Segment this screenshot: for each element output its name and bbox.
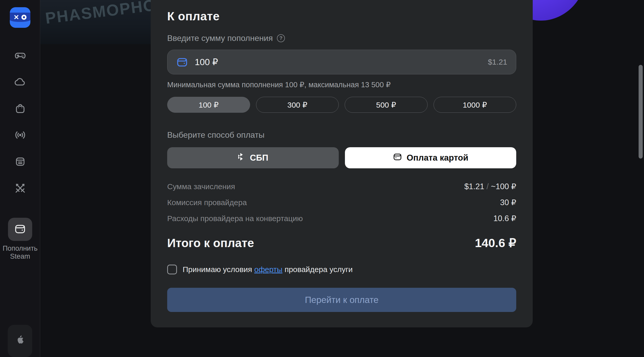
amount-value: 100 ₽ <box>195 57 481 67</box>
cloud-icon <box>14 84 26 89</box>
amount-input[interactable]: 100 ₽ $1.21 <box>167 50 516 74</box>
terms-row: Принимаю условия оферты провайдера услуг… <box>167 265 353 274</box>
amount-limits-hint: Минимальная сумма пополнения 100 ₽, макс… <box>167 80 391 89</box>
terminal-list-icon <box>14 164 26 168</box>
sidebar: ✕ <box>0 0 40 357</box>
cost-summary: Сумма зачисления $1.21 / ~100 ₽ Комиссия… <box>167 182 516 230</box>
preset-100-button[interactable]: 100 ₽ <box>167 97 250 113</box>
payment-methods: СБП Оплата картой <box>167 147 516 168</box>
terms-checkbox[interactable] <box>167 265 177 274</box>
game-banner: PHASMOPHOBIA <box>40 0 151 44</box>
page-title: К оплате <box>167 9 220 23</box>
method-sbp-button[interactable]: СБП <box>167 147 339 168</box>
total-row: Итого к оплате 140.6 ₽ <box>167 236 516 250</box>
preset-1000-button[interactable]: 1000 ₽ <box>434 97 516 113</box>
help-icon[interactable]: ? <box>277 34 285 42</box>
amount-presets: 100 ₽ 300 ₽ 500 ₽ 1000 ₽ <box>167 97 516 113</box>
scrollbar[interactable] <box>639 65 643 159</box>
sidebar-item-catalog[interactable] <box>14 155 26 168</box>
sidebar-item-games[interactable] <box>14 49 26 62</box>
preset-500-button[interactable]: 500 ₽ <box>345 97 428 113</box>
amount-field-label: Введите сумму пополнения <box>167 33 273 43</box>
below-fold-heading: Мы <box>151 355 203 357</box>
sidebar-item-topup-steam[interactable] <box>8 218 32 241</box>
sidebar-item-live[interactable] <box>14 129 26 141</box>
sidebar-item-cloud[interactable] <box>14 76 26 88</box>
total-label: Итого к оплате <box>167 236 254 250</box>
apple-store-button[interactable] <box>8 325 32 357</box>
banner-title: PHASMOPHOBIA <box>44 0 151 27</box>
sidebar-item-battles[interactable] <box>14 182 26 194</box>
logo-xo-icon: ✕ <box>10 13 30 22</box>
broadcast-icon <box>14 137 26 142</box>
proceed-to-payment-button[interactable]: Перейти к оплате <box>167 288 516 312</box>
amount-usd-equivalent: $1.21 <box>488 58 507 66</box>
crossed-swords-icon <box>14 190 26 195</box>
card-icon <box>393 152 402 163</box>
method-section-label: Выберите способ оплаты <box>167 130 265 140</box>
payment-modal: К оплате Введите сумму пополнения ? 100 … <box>151 0 533 327</box>
app-logo[interactable]: ✕ <box>10 7 30 28</box>
method-card-button[interactable]: Оплата картой <box>345 147 516 168</box>
shopping-bag-icon <box>14 111 26 115</box>
wallet-icon <box>14 223 26 236</box>
summary-row-fee: Комиссия провайдера 30 ₽ <box>167 198 516 214</box>
offer-link[interactable]: оферты <box>254 265 282 274</box>
sbp-icon <box>238 152 245 163</box>
preset-300-button[interactable]: 300 ₽ <box>256 97 339 113</box>
total-value: 140.6 ₽ <box>475 236 516 250</box>
sidebar-active-label: Пополнить Steam <box>0 245 40 260</box>
wallet-icon <box>176 56 188 68</box>
summary-row-credit: Сумма зачисления $1.21 / ~100 ₽ <box>167 182 516 198</box>
apple-icon <box>15 325 25 346</box>
sidebar-item-shop[interactable] <box>14 102 26 115</box>
gamepad-icon <box>14 58 26 62</box>
summary-row-conversion: Расходы провайдера на конвертацию 10.6 ₽ <box>167 214 516 230</box>
